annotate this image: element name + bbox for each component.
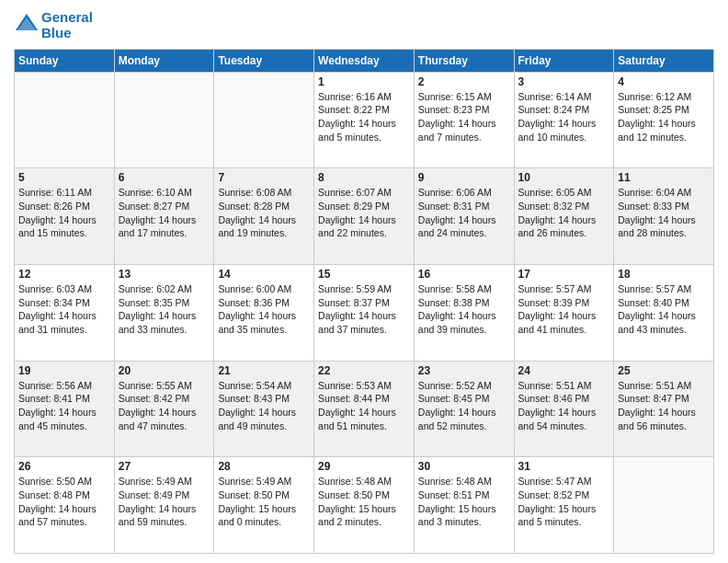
calendar-cell: 14Sunrise: 6:00 AM Sunset: 8:36 PM Dayli… <box>214 264 314 361</box>
cell-info: Sunrise: 6:15 AM Sunset: 8:23 PM Dayligh… <box>418 90 510 144</box>
day-number: 20 <box>119 364 210 377</box>
cell-info: Sunrise: 5:54 AM Sunset: 8:43 PM Dayligh… <box>218 379 310 433</box>
day-number: 5 <box>18 171 110 184</box>
calendar-cell: 21Sunrise: 5:54 AM Sunset: 8:43 PM Dayli… <box>214 361 314 457</box>
cell-info: Sunrise: 5:57 AM Sunset: 8:40 PM Dayligh… <box>618 282 710 337</box>
day-header-thursday: Thursday <box>414 49 514 72</box>
calendar-cell: 27Sunrise: 5:49 AM Sunset: 8:49 PM Dayli… <box>114 457 214 554</box>
cell-info: Sunrise: 5:57 AM Sunset: 8:39 PM Dayligh… <box>518 282 610 337</box>
day-number: 13 <box>119 268 210 281</box>
calendar-cell: 2Sunrise: 6:15 AM Sunset: 8:23 PM Daylig… <box>414 72 514 168</box>
calendar-cell: 25Sunrise: 5:51 AM Sunset: 8:47 PM Dayli… <box>614 361 714 457</box>
cell-info: Sunrise: 5:49 AM Sunset: 8:49 PM Dayligh… <box>119 475 210 529</box>
calendar-cell: 23Sunrise: 5:52 AM Sunset: 8:45 PM Dayli… <box>414 361 514 457</box>
cell-info: Sunrise: 5:55 AM Sunset: 8:42 PM Dayligh… <box>119 379 210 433</box>
logo-text: General Blue <box>41 9 93 41</box>
day-number: 25 <box>618 364 710 377</box>
calendar-cell: 28Sunrise: 5:49 AM Sunset: 8:50 PM Dayli… <box>214 457 314 554</box>
cell-info: Sunrise: 5:58 AM Sunset: 8:38 PM Dayligh… <box>418 282 510 337</box>
cell-info: Sunrise: 6:00 AM Sunset: 8:36 PM Dayligh… <box>218 282 310 337</box>
day-number: 17 <box>518 268 610 281</box>
calendar-cell: 20Sunrise: 5:55 AM Sunset: 8:42 PM Dayli… <box>114 361 214 457</box>
calendar-cell: 30Sunrise: 5:48 AM Sunset: 8:51 PM Dayli… <box>414 457 514 554</box>
page: General Blue SundayMondayTuesdayWednesda… <box>0 0 728 563</box>
day-number: 21 <box>218 364 310 377</box>
day-number: 10 <box>518 171 610 184</box>
cell-info: Sunrise: 5:59 AM Sunset: 8:37 PM Dayligh… <box>318 282 410 337</box>
cell-info: Sunrise: 5:50 AM Sunset: 8:48 PM Dayligh… <box>18 475 110 529</box>
calendar-table: SundayMondayTuesdayWednesdayThursdayFrid… <box>14 49 714 555</box>
day-number: 6 <box>119 171 210 184</box>
day-header-sunday: Sunday <box>15 49 115 72</box>
cell-info: Sunrise: 5:49 AM Sunset: 8:50 PM Dayligh… <box>218 475 310 529</box>
day-number: 4 <box>618 75 710 88</box>
day-number: 18 <box>618 268 710 281</box>
calendar-cell <box>114 72 214 168</box>
day-header-monday: Monday <box>114 49 214 72</box>
day-number: 3 <box>518 75 610 88</box>
cell-info: Sunrise: 5:56 AM Sunset: 8:41 PM Dayligh… <box>18 379 110 433</box>
cell-info: Sunrise: 5:48 AM Sunset: 8:50 PM Dayligh… <box>318 475 410 529</box>
day-number: 15 <box>318 268 410 281</box>
calendar-cell: 26Sunrise: 5:50 AM Sunset: 8:48 PM Dayli… <box>15 457 115 554</box>
header: General Blue <box>14 9 714 41</box>
day-number: 24 <box>518 364 610 377</box>
calendar-cell: 10Sunrise: 6:05 AM Sunset: 8:32 PM Dayli… <box>514 168 614 265</box>
calendar-cell: 5Sunrise: 6:11 AM Sunset: 8:26 PM Daylig… <box>15 168 115 265</box>
cell-info: Sunrise: 6:06 AM Sunset: 8:31 PM Dayligh… <box>418 186 510 240</box>
calendar-cell: 1Sunrise: 6:16 AM Sunset: 8:22 PM Daylig… <box>314 72 415 168</box>
day-number: 28 <box>218 460 310 473</box>
calendar-week-2: 5Sunrise: 6:11 AM Sunset: 8:26 PM Daylig… <box>15 168 714 265</box>
logo-icon <box>14 12 40 38</box>
day-number: 1 <box>318 75 410 88</box>
calendar-cell <box>214 72 314 168</box>
calendar-week-5: 26Sunrise: 5:50 AM Sunset: 8:48 PM Dayli… <box>15 457 714 554</box>
calendar-cell: 6Sunrise: 6:10 AM Sunset: 8:27 PM Daylig… <box>114 168 214 265</box>
calendar-cell: 4Sunrise: 6:12 AM Sunset: 8:25 PM Daylig… <box>614 72 714 168</box>
calendar-cell: 29Sunrise: 5:48 AM Sunset: 8:50 PM Dayli… <box>314 457 415 554</box>
day-number: 26 <box>18 460 110 473</box>
cell-info: Sunrise: 6:03 AM Sunset: 8:34 PM Dayligh… <box>18 282 110 337</box>
calendar-week-1: 1Sunrise: 6:16 AM Sunset: 8:22 PM Daylig… <box>15 72 714 168</box>
calendar-cell: 9Sunrise: 6:06 AM Sunset: 8:31 PM Daylig… <box>414 168 514 265</box>
day-header-tuesday: Tuesday <box>214 49 314 72</box>
calendar-cell: 11Sunrise: 6:04 AM Sunset: 8:33 PM Dayli… <box>614 168 714 265</box>
calendar-cell: 19Sunrise: 5:56 AM Sunset: 8:41 PM Dayli… <box>15 361 115 457</box>
calendar-cell: 8Sunrise: 6:07 AM Sunset: 8:29 PM Daylig… <box>314 168 415 265</box>
day-number: 29 <box>318 460 410 473</box>
day-number: 11 <box>618 171 710 184</box>
calendar-cell: 16Sunrise: 5:58 AM Sunset: 8:38 PM Dayli… <box>414 264 514 361</box>
calendar-cell: 13Sunrise: 6:02 AM Sunset: 8:35 PM Dayli… <box>114 264 214 361</box>
calendar-cell: 22Sunrise: 5:53 AM Sunset: 8:44 PM Dayli… <box>314 361 415 457</box>
cell-info: Sunrise: 5:51 AM Sunset: 8:46 PM Dayligh… <box>518 379 610 433</box>
day-number: 22 <box>318 364 410 377</box>
day-number: 7 <box>218 171 310 184</box>
calendar-cell: 17Sunrise: 5:57 AM Sunset: 8:39 PM Dayli… <box>514 264 614 361</box>
cell-info: Sunrise: 6:12 AM Sunset: 8:25 PM Dayligh… <box>618 90 710 144</box>
day-number: 12 <box>18 268 110 281</box>
calendar-week-3: 12Sunrise: 6:03 AM Sunset: 8:34 PM Dayli… <box>15 264 714 361</box>
day-number: 23 <box>418 364 510 377</box>
day-header-wednesday: Wednesday <box>314 49 415 72</box>
day-number: 19 <box>18 364 110 377</box>
day-number: 14 <box>218 268 310 281</box>
calendar-cell: 12Sunrise: 6:03 AM Sunset: 8:34 PM Dayli… <box>15 264 115 361</box>
day-number: 8 <box>318 171 410 184</box>
day-number: 9 <box>418 171 510 184</box>
cell-info: Sunrise: 6:08 AM Sunset: 8:28 PM Dayligh… <box>218 186 310 240</box>
calendar-cell <box>614 457 714 554</box>
cell-info: Sunrise: 5:51 AM Sunset: 8:47 PM Dayligh… <box>618 379 710 433</box>
cell-info: Sunrise: 6:16 AM Sunset: 8:22 PM Dayligh… <box>318 90 410 144</box>
cell-info: Sunrise: 6:04 AM Sunset: 8:33 PM Dayligh… <box>618 186 710 240</box>
calendar-cell: 3Sunrise: 6:14 AM Sunset: 8:24 PM Daylig… <box>514 72 614 168</box>
cell-info: Sunrise: 6:11 AM Sunset: 8:26 PM Dayligh… <box>18 186 110 240</box>
day-number: 27 <box>119 460 210 473</box>
calendar-cell: 31Sunrise: 5:47 AM Sunset: 8:52 PM Dayli… <box>514 457 614 554</box>
calendar-cell <box>15 72 115 168</box>
cell-info: Sunrise: 6:10 AM Sunset: 8:27 PM Dayligh… <box>119 186 210 240</box>
cell-info: Sunrise: 5:52 AM Sunset: 8:45 PM Dayligh… <box>418 379 510 433</box>
cell-info: Sunrise: 6:14 AM Sunset: 8:24 PM Dayligh… <box>518 90 610 144</box>
logo: General Blue <box>14 9 93 41</box>
calendar-cell: 7Sunrise: 6:08 AM Sunset: 8:28 PM Daylig… <box>214 168 314 265</box>
calendar-cell: 15Sunrise: 5:59 AM Sunset: 8:37 PM Dayli… <box>314 264 415 361</box>
